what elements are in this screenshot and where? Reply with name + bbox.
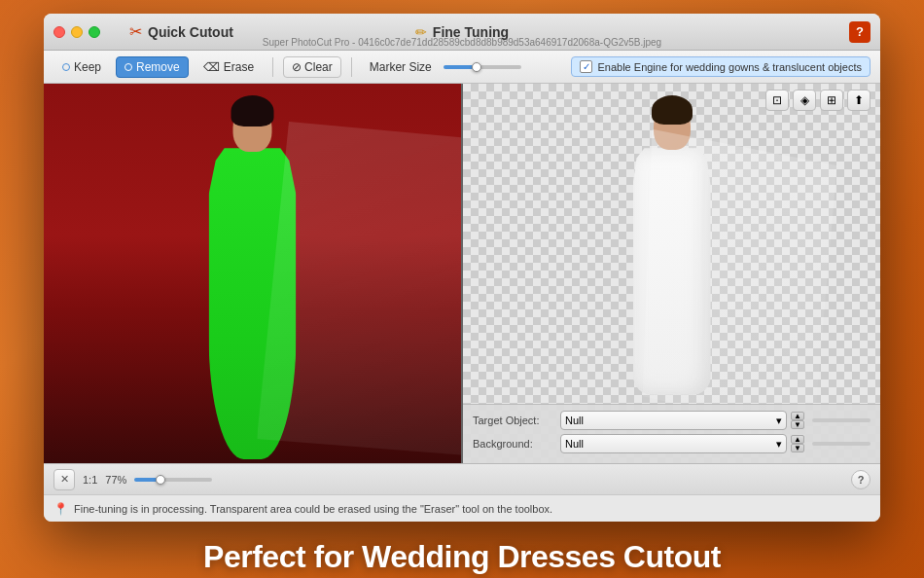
color-icon-btn[interactable]: ◈: [793, 90, 816, 111]
engine-checkbox-area: ✓ Enable Engine for wedding gowns & tran…: [571, 56, 871, 77]
traffic-lights: [53, 26, 100, 38]
hair-left: [231, 95, 274, 126]
scissors-icon: ✂: [129, 22, 142, 41]
background-select[interactable]: Null ▾: [560, 434, 787, 453]
quick-cutout-label: Quick Cutout: [148, 24, 233, 40]
expand-icon-btn[interactable]: ⊡: [765, 90, 789, 111]
marker-size-label: Marker Size: [370, 60, 432, 74]
status-bar: 📍 Fine-tuning is in processing. Transpar…: [44, 494, 880, 522]
bg-stepper-up[interactable]: ▲: [791, 435, 804, 444]
clear-button[interactable]: ⊘ Clear: [283, 56, 341, 78]
hair-right: [652, 95, 693, 125]
engine-checkbox-label[interactable]: ✓ Enable Engine for wedding gowns & tran…: [571, 56, 871, 77]
title-bar: ✂ Quick Cutout ✏ Fine Tuning Super Photo…: [44, 14, 880, 51]
right-panel-controls: Target Object: Null ▾ ▲ ▼ Background: Nu…: [463, 404, 880, 463]
help-small-button[interactable]: ?: [851, 470, 871, 489]
stepper-up[interactable]: ▲: [791, 412, 804, 420]
caption-text: Perfect for Wedding Dresses Cutout: [203, 539, 721, 574]
zoom-slider[interactable]: [134, 478, 212, 482]
cancel-icon: ✕: [60, 473, 69, 486]
background-label: Background:: [473, 438, 560, 450]
target-object-label: Target Object:: [473, 415, 560, 426]
right-image-panel[interactable]: ⊡ ◈ ⊞ ⬆ Target Object: Null ▾ ▲ ▼: [463, 84, 880, 463]
zoom-slider-thumb: [156, 475, 165, 485]
toolbar-separator-2: [351, 57, 352, 77]
save-icon-btn[interactable]: ⬆: [847, 90, 871, 111]
target-object-stepper[interactable]: ▲ ▼: [791, 412, 804, 429]
background-slider[interactable]: [812, 442, 871, 446]
window-title: Super PhotoCut Pro - 0416c0c7de71dd28589…: [263, 37, 661, 48]
status-pin-icon: 📍: [53, 502, 68, 516]
bg-stepper-down[interactable]: ▼: [791, 444, 804, 452]
close-button[interactable]: [53, 26, 65, 38]
status-message: Fine-tuning is in processing. Transparen…: [74, 503, 552, 515]
zoom-ratio-label: 1:1: [83, 474, 97, 486]
veil-right: [643, 129, 837, 433]
veil-left: [257, 122, 461, 455]
erase-tool-button[interactable]: ⌫ Erase: [195, 56, 263, 78]
background-row: Background: Null ▾ ▲ ▼: [473, 434, 871, 453]
grid-icon-btn[interactable]: ⊞: [820, 90, 843, 111]
cancel-button[interactable]: ✕: [53, 469, 75, 490]
eraser-icon: ⌫: [203, 60, 220, 74]
remove-tool-button[interactable]: Remove: [116, 56, 189, 78]
maximize-button[interactable]: [89, 26, 100, 38]
bottom-bar: ✕ 1:1 77% ?: [44, 463, 880, 494]
app-window: ✂ Quick Cutout ✏ Fine Tuning Super Photo…: [44, 14, 880, 522]
source-image: [44, 84, 461, 463]
engine-checkbox[interactable]: ✓: [580, 60, 592, 73]
chevron-down-icon: ▾: [776, 415, 782, 427]
minimize-button[interactable]: [71, 26, 83, 38]
main-content: ⊡ ◈ ⊞ ⬆ Target Object: Null ▾ ▲ ▼: [44, 84, 880, 463]
keep-dot-icon: [62, 63, 70, 71]
target-object-row: Target Object: Null ▾ ▲ ▼: [473, 411, 871, 430]
bottom-caption: Perfect for Wedding Dresses Cutout: [203, 539, 721, 575]
help-button[interactable]: ?: [849, 21, 871, 43]
marker-size-thumb: [472, 62, 481, 72]
left-image-overlay: [44, 84, 461, 463]
target-slider[interactable]: [812, 418, 871, 422]
keep-tool-button[interactable]: Keep: [53, 56, 110, 78]
remove-dot-icon: [124, 63, 132, 71]
right-panel-icon-buttons: ⊡ ◈ ⊞ ⬆: [765, 90, 871, 111]
marker-size-slider[interactable]: [444, 65, 521, 69]
zoom-slider-container: [134, 478, 212, 482]
zoom-percent-label: 77%: [105, 474, 126, 486]
toolbar-separator-1: [272, 57, 273, 77]
toolbar: Keep Remove ⌫ Erase ⊘ Clear Marker Size …: [44, 51, 880, 84]
background-stepper[interactable]: ▲ ▼: [791, 435, 804, 452]
clear-icon: ⊘: [292, 60, 302, 74]
chevron-down-icon-bg: ▾: [776, 438, 782, 451]
left-image-panel[interactable]: [44, 84, 463, 463]
stepper-down[interactable]: ▼: [791, 420, 804, 429]
quick-cutout-section: ✂ Quick Cutout: [129, 22, 233, 41]
target-object-select[interactable]: Null ▾: [560, 411, 787, 430]
